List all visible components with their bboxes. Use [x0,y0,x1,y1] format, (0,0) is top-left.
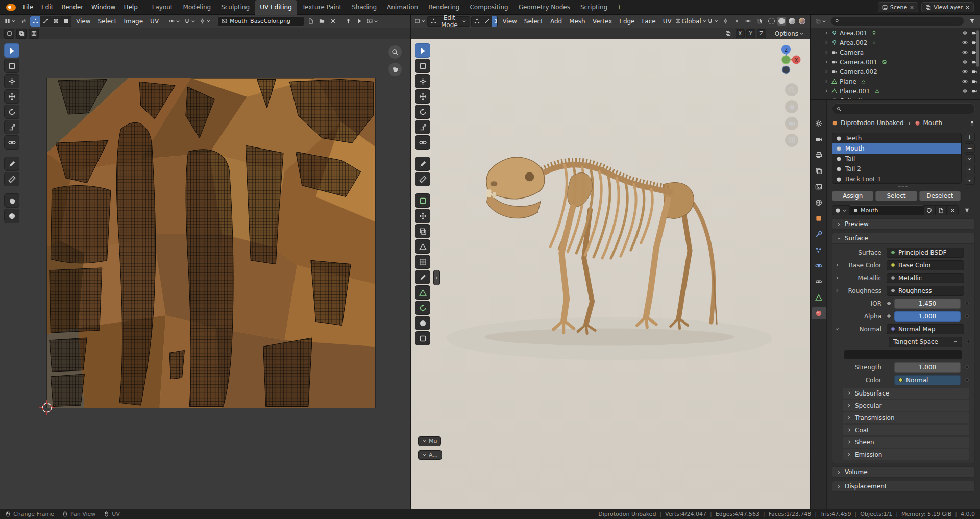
tool-button[interactable] [415,255,430,269]
disclosure-icon[interactable] [824,50,829,55]
new-image-button[interactable] [305,16,315,27]
uv-sync-toggle[interactable] [18,16,29,27]
metallic-link-button[interactable]: Metallic [887,273,964,283]
workspace-tab[interactable]: Texture Paint [297,0,347,15]
workspace-tab[interactable]: Compositing [464,0,513,15]
tool-button[interactable] [4,59,19,73]
animate-decorator[interactable] [965,314,969,318]
display-channels-button[interactable] [365,16,380,27]
subpanel-header[interactable]: Coat [843,425,969,435]
properties-tab[interactable] [812,117,826,130]
tool-button[interactable] [4,89,19,104]
uv-canvas[interactable] [0,39,410,509]
tool-button[interactable] [415,172,430,186]
tool-button[interactable] [415,209,430,223]
pan-hand-icon[interactable] [388,63,402,76]
tool-button[interactable] [415,239,430,254]
outliner-row[interactable]: Area.002 [811,38,980,47]
animate-decorator[interactable] [967,340,970,343]
snap-button[interactable] [183,16,197,27]
disable-render-icon[interactable] [971,69,977,75]
slot-action-button[interactable]: Deselect [919,191,961,201]
properties-tab[interactable] [812,196,826,209]
tool-button[interactable] [415,270,430,284]
material-slot-row[interactable]: Back Foot 1 [832,174,961,184]
new-material-button[interactable] [935,205,947,215]
tool-button[interactable] [4,43,19,58]
pivot-point-button[interactable] [167,16,182,27]
properties-tab[interactable] [812,149,826,161]
properties-tab[interactable] [812,228,826,240]
color-link-button[interactable]: Normal [894,375,961,385]
preview-panel-header[interactable]: Preview [832,218,975,230]
tool-button[interactable] [4,74,19,88]
disclosure-icon[interactable] [824,69,829,74]
tool-button[interactable] [415,224,430,238]
hide-eye-icon[interactable] [962,50,968,55]
surface-panel-header[interactable]: Surface [832,233,975,244]
uv-map-field[interactable] [844,350,962,360]
tool-button[interactable] [415,135,430,150]
options-dropdown[interactable]: Options [773,29,805,39]
collapsed-panel-tab[interactable]: A... [418,450,442,460]
tool-button[interactable] [415,89,430,104]
shading-wireframe-button[interactable] [767,17,776,26]
properties-tab[interactable] [812,260,826,272]
animate-decorator[interactable] [965,378,969,382]
mirror-axis-button[interactable]: Z [757,29,766,38]
hide-eye-icon[interactable] [962,30,968,36]
properties-tab[interactable] [812,291,826,304]
tool-button[interactable] [415,301,430,315]
breadcrumb-data[interactable]: Mouth [923,119,943,127]
ior-slider[interactable]: 1.450 [894,299,961,309]
workspace-tab[interactable]: Layout [147,0,178,15]
workspace-tab[interactable]: Scripting [575,0,612,15]
material-filter-button[interactable] [962,205,972,215]
viewport-menu-item[interactable]: View [499,15,520,28]
disclosure-icon[interactable] [824,40,829,45]
outliner-row[interactable]: Camera [811,47,980,57]
disclosure-icon[interactable] [824,60,829,64]
mirror-axis-button[interactable]: Y [746,29,755,38]
hide-eye-icon[interactable] [962,40,968,45]
slot-action-button[interactable]: Assign [832,191,873,201]
toggle-xray-button[interactable] [754,16,764,27]
material-slot-row[interactable]: Teeth [832,133,961,143]
menubar-item[interactable]: Edit [37,0,57,15]
normal-link-button[interactable]: Normal Map [887,324,964,334]
properties-tab[interactable] [812,212,826,225]
face-select-button[interactable] [492,16,498,27]
outliner-row[interactable]: Plane.001 [811,86,980,96]
list-resize-grip[interactable]: ═══ [832,186,975,188]
workspace-tab[interactable]: Animation [382,0,423,15]
viewport-menu-item[interactable]: Add [547,15,566,28]
disclosure-icon[interactable] [824,79,829,84]
tool-button[interactable] [415,43,430,58]
remove-slot-button[interactable]: − [965,143,975,153]
move-slot-up-button[interactable] [965,165,975,174]
viewport-menu-item[interactable]: Mesh [566,15,589,28]
outliner-row[interactable]: Camera.002 [811,67,980,77]
menubar-item[interactable]: Render [57,0,87,15]
animate-decorator[interactable] [965,302,969,305]
tool-button[interactable] [415,193,430,208]
shading-solid-button[interactable] [777,17,786,26]
tool-button[interactable] [415,59,430,73]
subpanel-header[interactable]: Subsurface [843,388,969,399]
workspace-tab[interactable]: Rendering [423,0,464,15]
tool-button[interactable] [4,105,19,119]
properties-tab[interactable] [812,165,826,177]
uv-setting-toggle-2[interactable] [16,29,27,39]
move-slot-down-button[interactable] [965,176,975,185]
subpanel-header[interactable]: Specular [843,400,969,411]
collapsed-panel-tab[interactable]: Mu [418,436,441,446]
tool-button[interactable] [4,193,19,208]
toggle-perspective-icon[interactable] [785,134,798,147]
editor-type-button[interactable] [3,16,17,27]
breadcrumb-object[interactable]: Diprotodon Unbaked [841,119,904,127]
navigation-gizmo[interactable]: Z X [770,43,802,76]
strength-slider[interactable]: 1.000 [894,362,961,373]
tool-button[interactable] [4,157,19,171]
pin-icon[interactable] [969,120,975,126]
uv-face-select-button[interactable] [51,16,61,27]
